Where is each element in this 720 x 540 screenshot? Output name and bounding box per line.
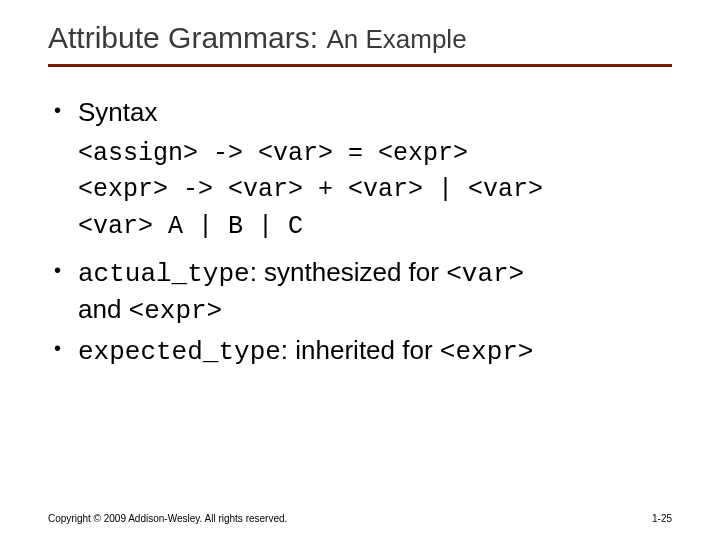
copyright-text: Copyright © 2009 Addison-Wesley. All rig… <box>48 513 287 524</box>
code-line-3: <var> A | B | C <box>78 212 303 241</box>
title-sub: An Example <box>326 24 466 54</box>
title-divider <box>48 64 672 67</box>
actual-type-code: actual_type <box>78 259 250 289</box>
actual-type-and: and <box>78 294 129 324</box>
grammar-code: <assign> -> <var> = <expr> <expr> -> <va… <box>78 136 672 245</box>
title-main: Attribute Grammars: <box>48 21 326 54</box>
slide-title: Attribute Grammars: An Example <box>48 20 672 56</box>
slide-footer: Copyright © 2009 Addison-Wesley. All rig… <box>48 513 672 524</box>
slide: Attribute Grammars: An Example Syntax <a… <box>0 0 720 540</box>
expected-type-expr: <expr> <box>440 337 534 367</box>
slide-body: Syntax <assign> -> <var> = <expr> <expr>… <box>48 95 672 370</box>
code-line-2: <expr> -> <var> + <var> | <var> <box>78 175 543 204</box>
bullet-expected-type: expected_type: inherited for <expr> <box>48 333 672 370</box>
actual-type-expr: <expr> <box>129 296 223 326</box>
bullet-syntax: Syntax <box>48 95 672 130</box>
actual-type-var: <var> <box>446 259 524 289</box>
code-line-1: <assign> -> <var> = <expr> <box>78 139 468 168</box>
actual-type-text: : synthesized for <box>250 257 447 287</box>
expected-type-code: expected_type <box>78 337 281 367</box>
bullet-syntax-label: Syntax <box>78 97 158 127</box>
bullet-actual-type: actual_type: synthesized for <var> and <… <box>48 255 672 329</box>
expected-type-text: : inherited for <box>281 335 440 365</box>
page-number: 1-25 <box>652 513 672 524</box>
